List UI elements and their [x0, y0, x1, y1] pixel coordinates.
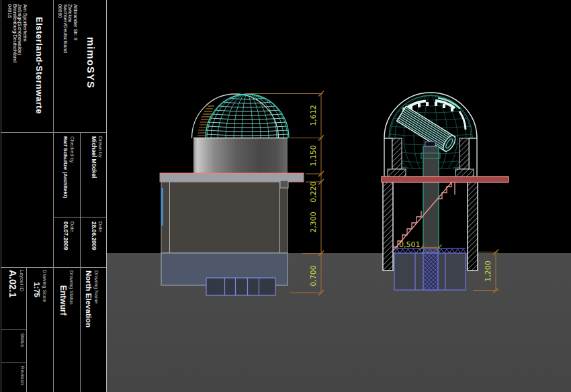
- dim-label: 1,150: [309, 145, 318, 166]
- drawing-status-cell: Drawing Status Entwurf: [58, 271, 75, 315]
- layout-id-label: Layout ID: [19, 270, 25, 297]
- drawing-status-value: Entwurf: [58, 285, 69, 315]
- cad-layout-sheet: 1,612 1,150 0,220 2,300 0,700: [0, 0, 571, 392]
- dim-label: 1,200: [484, 260, 492, 282]
- drawing-scale-cell: Drawing Scale 1:75: [32, 270, 48, 302]
- drawing-status-label: Drawing Status: [69, 271, 75, 315]
- address-line: Jeßnigk(Schönewalde): [17, 4, 23, 62]
- divider: [53, 0, 54, 392]
- building-body: [161, 182, 288, 253]
- drawn-by-label: Drawn by: [97, 136, 103, 178]
- dome-drum: [193, 138, 288, 177]
- company-name: mimoSYS: [85, 37, 97, 89]
- dim-label: 0,700: [309, 265, 318, 287]
- foundation-piers: [206, 278, 275, 295]
- telescope-pier: [421, 142, 440, 253]
- divider: [26, 267, 27, 392]
- dim-label: 1,612: [309, 105, 318, 126]
- project-name: Elsterland-Sternwarte: [34, 17, 44, 114]
- project-address: Am Sportlerheim Jeßnigk(Schönewalde) Bra…: [7, 4, 28, 62]
- dimension-labels-left: 1,612 1,150 0,220 2,300 0,700: [309, 105, 318, 287]
- drawing-name-value: North Elevation: [83, 271, 93, 328]
- drawing-name-cell: Drawing Name North Elevation: [83, 271, 99, 328]
- title-block: Altbrander Str. 9 Zwickau Sachsen/Deutsc…: [0, 0, 107, 392]
- dim-label: 0,501: [399, 240, 421, 249]
- revision-label: Revision: [19, 366, 26, 385]
- right-section-view: 0,501 1,200: [382, 93, 509, 293]
- status-label: Status: [19, 333, 26, 347]
- drawn-date-cell: Date 28.06.2009: [90, 222, 103, 250]
- address-line: 08060: [57, 4, 62, 53]
- date-label: Date: [69, 222, 75, 250]
- date-label: Date: [97, 222, 103, 250]
- checked-by-cell: Checked by Ralf Schultze (Architekt): [62, 136, 75, 198]
- divider: [1, 0, 1, 392]
- checked-date-cell: Date 08.07.2009: [62, 222, 75, 250]
- date-value: 08.07.2009: [62, 222, 69, 250]
- checked-by-value: Ralf Schultze (Architekt): [62, 136, 69, 198]
- divider: [1, 329, 26, 330]
- divider: [80, 132, 81, 392]
- address-line: Altbrander Str. 9: [73, 4, 78, 53]
- drawing-name-label: Drawing Name: [93, 271, 99, 328]
- left-elevation-view: 1,612 1,150 0,220 2,300 0,700: [160, 91, 324, 296]
- date-value: 28.06.2009: [90, 222, 97, 250]
- floor-slab: [382, 177, 509, 183]
- address-line: 04916: [7, 4, 12, 62]
- dim-label: 0,220: [309, 181, 318, 203]
- divider: [1, 132, 106, 133]
- divider: [53, 217, 106, 217]
- address-line: Am Sportlerheim: [22, 4, 28, 62]
- checked-by-label: Checked by: [69, 136, 75, 198]
- company-address: Altbrander Str. 9 Zwickau Sachsen/Deutsc…: [57, 4, 78, 53]
- divider: [1, 267, 106, 268]
- parapet-box: [280, 181, 288, 188]
- drawn-by-cell: Drawn by Michael Möckel: [90, 136, 103, 178]
- address-line: Brandenburg/Deutschland: [12, 4, 17, 62]
- address-line: Sachsen/Deutschland: [62, 4, 68, 53]
- drawn-by-value: Michael Möckel: [90, 136, 97, 178]
- drawing-scale-value: 1:75: [32, 282, 42, 302]
- drawing-scale-label: Drawing Scale: [42, 270, 48, 302]
- layout-id-value: A.02.1: [6, 270, 19, 297]
- divider: [1, 362, 26, 363]
- dim-label: 2,300: [309, 211, 318, 233]
- layout-id-cell: Layout ID A.02.1: [6, 270, 25, 297]
- section-foundation: [394, 248, 466, 290]
